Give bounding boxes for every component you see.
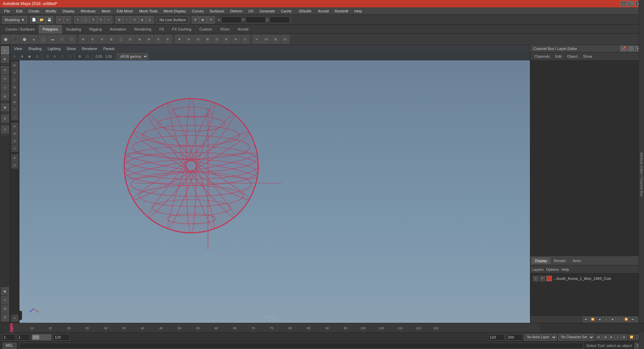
view-tool[interactable]: ⊙: [1, 126, 9, 134]
lasso-tool-button[interactable]: ◯: [82, 16, 89, 23]
shelf-disc-button[interactable]: ⬠: [58, 35, 66, 44]
vp-ctrl-1[interactable]: ⊕: [11, 62, 18, 68]
shelf-smooth-button[interactable]: ≋: [98, 35, 106, 44]
shelf-insert-edge[interactable]: ✚: [175, 35, 184, 44]
le-tab-display[interactable]: Display: [532, 257, 550, 264]
menu-curves[interactable]: Curves: [189, 8, 206, 14]
loop-button[interactable]: 🔁: [629, 335, 635, 340]
shelf-bevel-button[interactable]: ◻: [116, 35, 125, 44]
transport-prev-frame[interactable]: ◀: [596, 317, 602, 322]
soft-mod-tool[interactable]: ◉: [1, 103, 9, 111]
mel-tab-button[interactable]: MEL: [3, 343, 16, 349]
show-manip-tool[interactable]: ⊗: [1, 114, 9, 122]
shelf-fill-hole[interactable]: ⊘: [154, 35, 163, 44]
shelf-merge-button[interactable]: ◈: [135, 35, 144, 44]
viewport-menu-panels[interactable]: Panels: [101, 46, 117, 51]
anim-end-frame[interactable]: [53, 334, 70, 341]
paint-select-tool[interactable]: ◐: [1, 55, 9, 63]
vp-ctrl-2[interactable]: ⊖: [11, 69, 18, 76]
menu-generate[interactable]: Generate: [257, 8, 278, 14]
shelf-separate-button[interactable]: ⊖: [88, 35, 97, 44]
tab-rendering[interactable]: Rendering: [130, 25, 155, 34]
x-input[interactable]: [221, 16, 241, 23]
transport-play-fwd[interactable]: ▶: [610, 317, 616, 322]
menu-mesh-display[interactable]: Mesh Display: [161, 8, 189, 14]
render-current-button[interactable]: ▶: [200, 16, 207, 23]
outliner-lt[interactable]: ☰: [1, 313, 9, 321]
vp-isolate[interactable]: ⊙: [51, 53, 58, 59]
shelf-offset-edge[interactable]: ⊟: [194, 35, 203, 44]
le-tab-anim[interactable]: Anim: [569, 257, 584, 264]
menu-redshift[interactable]: Redshift: [332, 8, 351, 14]
vp-select-comp[interactable]: ◻: [34, 53, 40, 59]
anim-range-end-right[interactable]: [506, 334, 523, 341]
shelf-append-poly[interactable]: ⊕: [163, 35, 172, 44]
new-scene-button[interactable]: 📄: [30, 16, 38, 23]
vp-frame-all[interactable]: ⬚: [59, 53, 65, 59]
channel-box-expand[interactable]: ⬡: [628, 46, 634, 51]
cb-tab-show[interactable]: Show: [582, 54, 594, 59]
layer-visibility-v[interactable]: V: [533, 276, 538, 281]
vp-ctrl-10[interactable]: ⊕: [11, 130, 18, 137]
render-settings-button[interactable]: ⚙: [192, 16, 199, 23]
vp-ctrl-5[interactable]: ◈: [11, 91, 18, 98]
snap-surface-button[interactable]: ◈: [139, 16, 146, 23]
no-anim-layer-dropdown[interactable]: No Anim Layer: [524, 334, 557, 341]
transport-first[interactable]: ⏮: [583, 317, 589, 322]
shelf-unfold-button[interactable]: ⊞: [271, 35, 280, 44]
shelf-bridge-button[interactable]: ⊟: [126, 35, 135, 44]
anim-start-frame[interactable]: [2, 334, 15, 341]
z-input[interactable]: [270, 16, 290, 23]
vp-ctrl-4[interactable]: ⊟: [11, 84, 18, 91]
viewport-menu-lighting[interactable]: Lighting: [45, 46, 63, 51]
menu-mesh[interactable]: Mesh: [99, 8, 113, 14]
tool-settings-lt[interactable]: ⚙: [1, 305, 9, 313]
tab-rigging[interactable]: Rigging: [85, 25, 106, 34]
vp-ctrl-7[interactable]: ◻: [11, 106, 18, 113]
layer-color-swatch[interactable]: [546, 276, 552, 281]
vp-ctrl-8[interactable]: ⬚: [11, 113, 18, 120]
tab-custom[interactable]: Custom: [196, 25, 216, 34]
minimize-button[interactable]: —: [621, 1, 627, 6]
vp-ctrl-3[interactable]: ≡: [11, 77, 18, 83]
timeline-area[interactable]: 5 10 15 20 25 30 35 40 45 50 55 60 65 70…: [0, 323, 644, 332]
menu-windows[interactable]: Windows: [78, 8, 98, 14]
shelf-uvs-button[interactable]: UV: [262, 35, 271, 44]
attribute-editor-strip[interactable]: Attribute Editor / Channel Box: [639, 0, 644, 349]
transport-goto-end[interactable]: ⏭: [621, 335, 627, 340]
rotate-tool-button[interactable]: ↻: [97, 16, 105, 23]
vp-ctrl-13[interactable]: ⊛: [11, 154, 18, 161]
shelf-platonic-button[interactable]: ⬡: [67, 35, 76, 44]
transport-prev-key[interactable]: ⏪: [590, 317, 596, 322]
snap-grid-button[interactable]: ⊞: [115, 16, 123, 23]
shelf-poke[interactable]: ⊙: [241, 35, 250, 44]
le-sub-help[interactable]: Help: [561, 267, 569, 271]
open-scene-button[interactable]: 📂: [38, 16, 45, 23]
channel-box-lt[interactable]: ▣: [1, 287, 9, 295]
transport-play-back[interactable]: ◁: [603, 317, 609, 322]
cb-tab-object[interactable]: Object: [566, 54, 579, 59]
select-tool-button[interactable]: ↖: [74, 16, 82, 23]
shelf-sphere-button[interactable]: ⬤: [1, 35, 10, 44]
shelf-cube-button[interactable]: ⬛: [11, 35, 19, 44]
viewport-menu-shading[interactable]: Shading: [25, 46, 44, 51]
shelf-extrude-button[interactable]: ⊞: [107, 35, 116, 44]
tab-curves-surfaces[interactable]: Curves / Surfaces: [1, 25, 39, 34]
transport-step-fwd[interactable]: ▷: [615, 335, 621, 340]
status-command-input[interactable]: [19, 343, 584, 349]
tab-animation[interactable]: Animation: [106, 25, 130, 34]
shelf-cone-button[interactable]: ▲: [30, 35, 38, 44]
le-tab-render[interactable]: Render: [550, 257, 569, 264]
transport-goto-start[interactable]: ⏮: [596, 335, 602, 340]
menu-arnold[interactable]: Arnold: [315, 8, 331, 14]
shelf-mirror-geo[interactable]: ⇔: [253, 35, 261, 44]
vp-ctrl-14[interactable]: ⊡: [11, 162, 18, 168]
transport-next-frame[interactable]: ▷: [616, 317, 623, 322]
shelf-plane-button[interactable]: ▬: [48, 35, 57, 44]
tab-fx-caching[interactable]: FX Caching: [168, 25, 195, 34]
anim-current-frame[interactable]: [17, 334, 30, 341]
shelf-detach-comp[interactable]: ⊡: [213, 35, 221, 44]
ipr-render-button[interactable]: ⟳: [207, 16, 215, 23]
shelf-collapse[interactable]: ⊛: [222, 35, 231, 44]
redo-button[interactable]: ↪: [64, 16, 71, 23]
